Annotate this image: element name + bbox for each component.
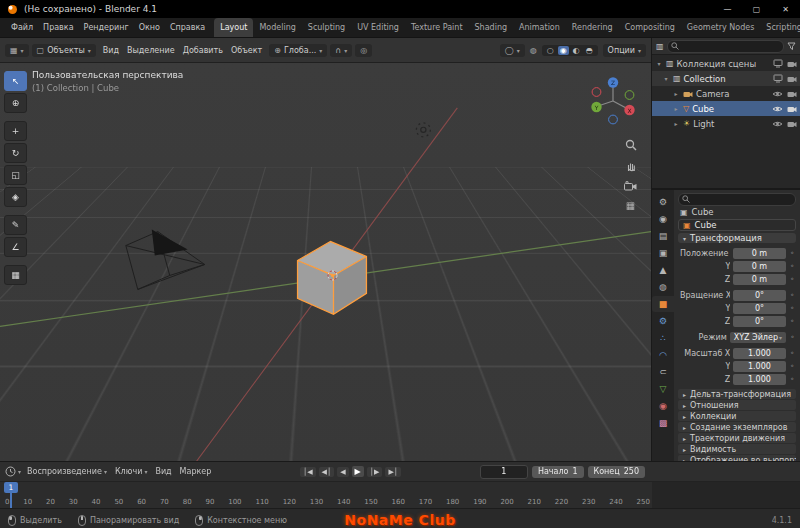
outliner-display-mode-icon[interactable]: ▥ [656,42,664,51]
expand-icon[interactable]: ▾ [655,60,663,67]
options-dropdown[interactable]: Опции ▾ [603,44,646,57]
snapping-button[interactable]: ∩ ▾ [330,44,352,57]
interaction-mode-dropdown[interactable]: ▢ Объекты ▾ [32,44,96,57]
expand-icon[interactable]: ▸ [672,120,680,127]
jump-to-end-button[interactable]: ▶│ [385,467,401,477]
value-field[interactable]: 0 m [733,261,785,272]
screen-visibility-icon[interactable] [773,59,783,68]
timeline-menu-item[interactable]: Маркер [176,467,216,476]
outliner-row-collection[interactable]: ▾ ▥ Collection [652,71,800,86]
properties-section-header[interactable]: ▸Отношения [678,400,796,410]
properties-tab-object-data[interactable]: ▽ [652,381,674,397]
outliner-row-light[interactable]: ▸ ☀ Light [652,116,800,131]
shading-rendered-button[interactable]: ◓ [584,46,595,55]
transform-orientation-dropdown[interactable]: ⊕ Глоба... ▾ [269,44,327,57]
navigation-gizmo[interactable]: Z X Y [585,73,641,129]
play-button[interactable]: ▶ [352,466,364,477]
expand-icon[interactable]: ▸ [672,105,680,112]
render-visibility-camera-icon[interactable] [787,75,797,83]
outliner-row-camera[interactable]: ▸ Camera [652,86,800,101]
menu-item[interactable]: Справка [165,18,210,37]
menu-item[interactable]: Правка [38,18,78,37]
value-field[interactable]: 0 m [733,274,785,285]
render-visibility-camera-icon[interactable] [787,60,797,68]
value-field[interactable]: 1.000 [733,348,785,359]
properties-section-header[interactable]: ▸Отображение во вьюпорте [678,455,796,461]
value-field[interactable]: 0° [733,316,785,327]
maximize-button[interactable]: ▢ [742,0,771,18]
workspace-tab[interactable]: Sculpting [302,18,351,37]
timeline-editor-icon[interactable] [5,466,16,477]
properties-tab-texture[interactable]: ▩ [652,415,674,431]
shading-wireframe-button[interactable]: ○ [545,46,556,55]
measure-tool-button[interactable]: ∠ [4,237,27,257]
outliner-search-input[interactable] [667,40,784,53]
move-tool-button[interactable]: + [4,121,27,141]
pan-hand-icon[interactable] [625,160,637,172]
menu-item[interactable]: Рендеринг [79,18,134,37]
properties-tab-material[interactable]: ◉ [652,398,674,414]
workspace-tab[interactable]: Compositing [619,18,681,37]
properties-section-header[interactable]: ▸Траектории движения [678,433,796,443]
outliner-row-scene-collection[interactable]: ▾ ▥ Коллекция сцены [652,56,800,71]
value-field[interactable]: 1.000 [733,361,785,372]
render-visibility-camera-icon[interactable] [787,120,797,128]
screen-visibility-icon[interactable] [773,74,783,83]
gizmo-z-negative[interactable] [609,115,618,124]
jump-to-prev-keyframe-button[interactable]: ◀│ [319,467,335,477]
timeline-ruler[interactable]: 0102030405060708090100110120130140150160… [0,482,800,508]
workspace-tab[interactable]: Rendering [566,18,619,37]
object-name-field[interactable]: ▣ Cube [678,219,796,231]
play-reverse-button[interactable]: ◀ [337,467,348,477]
camera-view-icon[interactable] [624,181,637,191]
jump-to-next-keyframe-button[interactable]: │▶ [367,467,383,477]
shading-material-button[interactable]: ◐ [571,46,582,55]
viewport-menu-item[interactable]: Объект [227,46,266,55]
value-field[interactable]: 0° [733,303,785,314]
transform-tool-button[interactable]: ◈ [4,187,27,207]
viewport-menu-item[interactable]: Вид [99,46,123,55]
expand-icon[interactable]: ▾ [662,75,670,82]
properties-tab-scene[interactable]: ▲ [652,262,674,278]
properties-tab-particles[interactable]: ∴ [652,330,674,346]
rotate-tool-button[interactable]: ↻ [4,143,27,163]
transform-panel-header[interactable]: ▾ Трансформация [678,233,796,243]
value-field[interactable]: 1.000 [733,374,785,385]
properties-section-header[interactable]: ▸Видимость [678,444,796,454]
timeline-menu-item[interactable]: Ключи▾ [111,467,151,476]
workspace-tab[interactable]: Animation [513,18,566,37]
3d-viewport[interactable]: Пользовательская перспектива (1) Collect… [0,63,651,461]
add-cube-tool-button[interactable]: ▦ [4,265,27,285]
filter-icon[interactable] [787,42,796,51]
properties-section-header[interactable]: ▸Дельта-трансформация [678,389,796,399]
camera-object[interactable] [126,230,205,290]
light-object[interactable] [416,123,430,137]
close-button[interactable]: ✕ [771,0,800,18]
cube-object[interactable] [298,242,367,315]
shading-solid-button[interactable]: ◉ [558,46,569,55]
rotation-mode-dropdown[interactable]: XYZ Эйлер▾ [730,332,786,343]
current-frame-field[interactable]: 1 [480,465,528,479]
zoom-icon[interactable] [625,139,637,151]
properties-tab-view-layer[interactable]: ▣ [652,245,674,261]
workspace-tab[interactable]: Scripting [760,18,800,37]
render-visibility-camera-icon[interactable] [787,105,797,113]
overlays-button[interactable]: ◯ ▾ [500,44,525,57]
properties-tab-constraints[interactable]: ⊂ [652,364,674,380]
hide-in-viewport-eye-icon[interactable] [772,90,783,98]
frame-end-field[interactable]: Конец 250 [588,466,645,478]
workspace-tab[interactable]: Shading [469,18,514,37]
value-field[interactable]: 0 m [733,248,785,259]
gizmo-y-negative[interactable] [625,91,634,100]
timeline-menu-item[interactable]: Воспроизведение▾ [23,467,111,476]
workspace-tab[interactable]: UV Editing [351,18,405,37]
properties-section-header[interactable]: ▸Создание экземпляров [678,422,796,432]
menu-item[interactable]: Окно [134,18,165,37]
properties-tab-physics[interactable]: ◠ [652,347,674,363]
select-box-tool-button[interactable]: ↖ [4,71,27,91]
value-field[interactable]: 0° [733,290,785,301]
properties-tab-world[interactable]: ◍ [652,279,674,295]
properties-tab-render[interactable]: ◉ [652,211,674,227]
minimize-button[interactable]: — [713,0,742,18]
viewport-menu-item[interactable]: Добавить [179,46,227,55]
